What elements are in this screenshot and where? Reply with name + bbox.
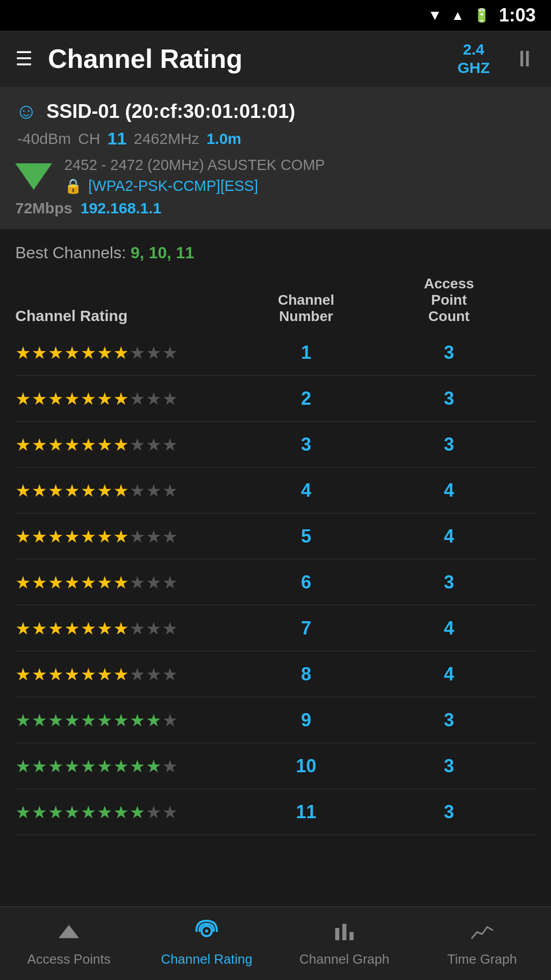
star-icon: ★ [113, 802, 129, 822]
star-icon: ★ [130, 480, 145, 501]
star-icon: ★ [146, 388, 161, 409]
channel-graph-icon [333, 920, 356, 947]
star-icon: ★ [48, 434, 63, 455]
star-icon: ★ [113, 480, 129, 501]
channel-rating-table: ★★★★★★★★★★13★★★★★★★★★★23★★★★★★★★★★33★★★★… [0, 330, 551, 835]
star-icon: ★ [97, 756, 112, 776]
star-icon: ★ [48, 710, 63, 730]
page-title: Channel Rating [48, 43, 442, 74]
table-row: ★★★★★★★★★★84 [15, 651, 536, 697]
svg-rect-4 [342, 924, 346, 940]
star-icon: ★ [15, 572, 31, 593]
star-icon: ★ [97, 802, 112, 822]
star-icon: ★ [130, 572, 145, 593]
battery-icon: 🔋 [473, 8, 490, 23]
stars-cell: ★★★★★★★★★★ [15, 618, 250, 639]
star-icon: ★ [81, 572, 96, 593]
star-icon: ★ [15, 664, 31, 684]
table-header: Channel Rating ChannelNumber AccessPoint… [0, 271, 551, 330]
ssid-emoji: ☺ [15, 99, 37, 124]
star-icon: ★ [32, 802, 47, 822]
channel-number: 10 [250, 755, 362, 777]
nav-channel-rating[interactable]: Channel Rating [138, 907, 276, 980]
star-icon: ★ [130, 388, 145, 409]
star-icon: ★ [97, 664, 112, 684]
nav-time-graph[interactable]: Time Graph [413, 907, 551, 980]
star-icon: ★ [32, 710, 47, 730]
col-header-channel: ChannelNumber [250, 292, 362, 325]
star-icon: ★ [130, 342, 145, 363]
signal-icon: ▲ [451, 8, 464, 23]
star-icon: ★ [97, 342, 112, 363]
star-icon: ★ [32, 342, 47, 363]
star-icon: ★ [113, 756, 129, 776]
ap-count: 4 [362, 618, 536, 639]
star-icon: ★ [15, 802, 31, 822]
star-icon: ★ [130, 526, 145, 547]
pause-button[interactable]: ⏸ [513, 46, 536, 71]
ap-count: 3 [362, 434, 536, 455]
star-icon: ★ [130, 756, 145, 776]
stars-cell: ★★★★★★★★★★ [15, 526, 250, 547]
ap-count: 4 [362, 480, 536, 501]
col-header-rating: Channel Rating [15, 307, 250, 325]
star-icon: ★ [130, 664, 145, 684]
stars-cell: ★★★★★★★★★★ [15, 434, 250, 455]
star-icon: ★ [162, 572, 178, 593]
nav-channel-graph[interactable]: Channel Graph [276, 907, 413, 980]
star-icon: ★ [64, 526, 80, 547]
star-icon: ★ [48, 802, 63, 822]
table-row: ★★★★★★★★★★74 [15, 605, 536, 651]
ap-count: 3 [362, 342, 536, 363]
star-icon: ★ [97, 388, 112, 409]
ap-count: 3 [362, 801, 536, 823]
star-icon: ★ [146, 434, 161, 455]
table-row: ★★★★★★★★★★44 [15, 468, 536, 513]
star-icon: ★ [32, 434, 47, 455]
star-icon: ★ [113, 572, 129, 593]
frequency-button[interactable]: 2.4GHZ [458, 40, 490, 77]
table-row: ★★★★★★★★★★33 [15, 422, 536, 468]
col-header-access: AccessPointCount [362, 276, 536, 325]
star-icon: ★ [162, 710, 178, 730]
star-icon: ★ [97, 618, 112, 639]
channel-number: 5 [250, 526, 362, 547]
star-icon: ★ [48, 664, 63, 684]
star-icon: ★ [48, 572, 63, 593]
star-icon: ★ [81, 342, 96, 363]
menu-icon[interactable]: ☰ [15, 49, 33, 68]
star-icon: ★ [81, 388, 96, 409]
ap-count: 3 [362, 388, 536, 409]
svg-rect-5 [349, 932, 354, 940]
star-icon: ★ [64, 710, 80, 730]
ssid-ch-num: 11 [107, 129, 127, 149]
ssid-row-stats: -40dBm CH 11 2462MHz 1.0m [15, 129, 536, 149]
ap-count: 3 [362, 709, 536, 731]
star-icon: ★ [32, 618, 47, 639]
star-icon: ★ [32, 480, 47, 501]
star-icon: ★ [32, 526, 47, 547]
access-points-icon [58, 920, 80, 947]
star-icon: ★ [146, 572, 161, 593]
star-icon: ★ [130, 802, 145, 822]
star-icon: ★ [113, 664, 129, 684]
stars-cell: ★★★★★★★★★★ [15, 756, 250, 776]
star-icon: ★ [146, 802, 161, 822]
nav-access-points[interactable]: Access Points [0, 907, 138, 980]
star-icon: ★ [97, 480, 112, 501]
star-icon: ★ [48, 342, 63, 363]
star-icon: ★ [146, 618, 161, 639]
star-icon: ★ [113, 388, 129, 409]
star-icon: ★ [64, 388, 80, 409]
star-icon: ★ [15, 618, 31, 639]
channel-number: 9 [250, 709, 362, 731]
channel-number: 4 [250, 480, 362, 501]
star-icon: ★ [113, 434, 129, 455]
channel-number: 2 [250, 388, 362, 409]
table-row: ★★★★★★★★★★103 [15, 743, 536, 789]
star-icon: ★ [64, 342, 80, 363]
star-icon: ★ [113, 526, 129, 547]
wifi-signal-triangle [15, 163, 52, 190]
stars-cell: ★★★★★★★★★★ [15, 480, 250, 501]
ssid-card: ☺ SSID-01 (20:cf:30:01:01:01) -40dBm CH … [0, 87, 551, 229]
